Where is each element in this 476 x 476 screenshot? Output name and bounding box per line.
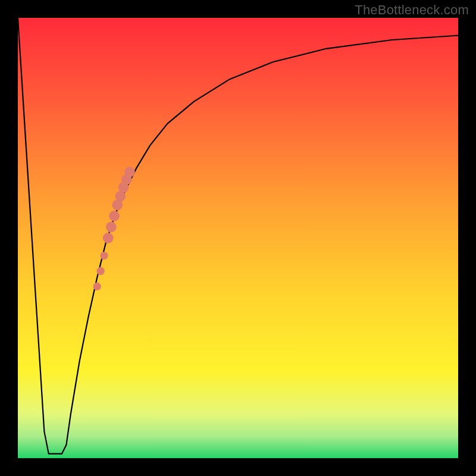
highlight-point xyxy=(106,222,117,233)
plot-area xyxy=(18,18,458,458)
highlight-point xyxy=(100,252,108,259)
plot-svg xyxy=(18,18,458,458)
highlight-point xyxy=(103,233,114,243)
credit-label: TheBottleneck.com xyxy=(355,2,469,18)
highlight-point xyxy=(109,211,120,221)
highlight-point xyxy=(124,167,135,177)
highlight-point xyxy=(93,283,101,290)
chart-root: TheBottleneck.com xyxy=(0,0,476,476)
gradient-background xyxy=(18,18,458,458)
highlight-point xyxy=(96,267,104,275)
